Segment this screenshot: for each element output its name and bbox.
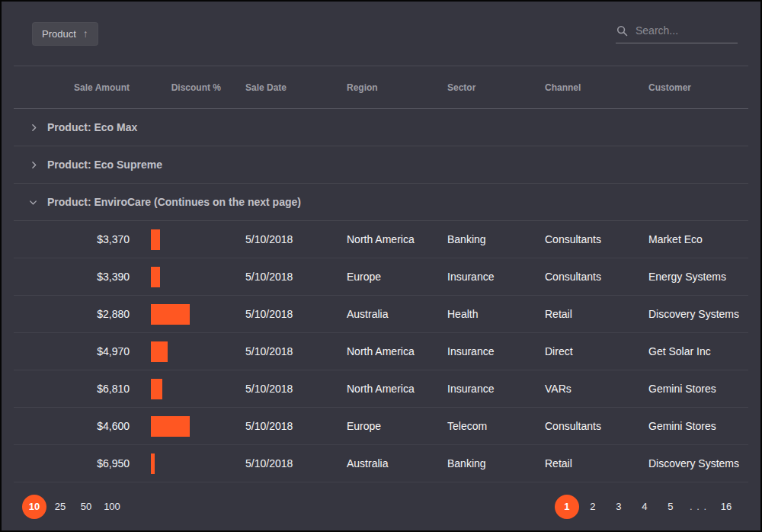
group-row[interactable]: Product: EnviroCare (Continues on the ne… — [14, 184, 748, 221]
cell-customer: Discovery Systems — [636, 308, 748, 320]
cell-region: North America — [335, 383, 435, 395]
grid-body: Product: Eco MaxProduct: Eco SupremeProd… — [14, 109, 748, 482]
toolbar: Product ↑ — [2, 2, 760, 66]
chevron-right-icon[interactable] — [24, 155, 43, 174]
page-size-selector: 102550100 — [21, 495, 125, 519]
search-icon — [616, 24, 629, 37]
cell-sector: Insurance — [435, 345, 533, 357]
cell-discount — [142, 341, 233, 362]
column-header-discount-[interactable]: Discount % — [142, 82, 233, 93]
discount-bar — [151, 453, 155, 474]
cell-sector: Telecom — [435, 420, 533, 432]
cell-region: Australia — [335, 308, 435, 320]
group-label: Product: Eco Max — [47, 121, 137, 133]
cell-sector: Banking — [435, 233, 533, 245]
page-5[interactable]: 5 — [658, 495, 683, 519]
cell-sale-date: 5/10/2018 — [233, 457, 335, 470]
table-row[interactable]: $3,3705/10/2018North AmericaBankingConsu… — [14, 221, 748, 258]
cell-customer: Market Eco — [636, 233, 748, 245]
cell-discount — [142, 453, 233, 474]
cell-sale-amount: $4,600 — [44, 420, 142, 432]
discount-bar — [151, 341, 168, 362]
page-size-100[interactable]: 100 — [100, 495, 124, 519]
pager-ellipsis: . . . — [684, 501, 713, 512]
cell-region: Europe — [335, 420, 435, 432]
page-size-10[interactable]: 10 — [22, 495, 46, 519]
table-row[interactable]: $2,8805/10/2018AustraliaHealthRetailDisc… — [14, 296, 748, 333]
page-size-50[interactable]: 50 — [74, 495, 98, 519]
group-row[interactable]: Product: Eco Supreme — [14, 146, 748, 184]
table-row[interactable]: $6,8105/10/2018North AmericaInsuranceVAR… — [14, 370, 748, 408]
cell-channel: Retail — [533, 457, 636, 470]
data-grid-app: Product ↑ Sale AmountDiscount %Sale Date… — [0, 0, 762, 532]
sort-ascending-icon[interactable]: ↑ — [83, 28, 88, 39]
column-header-sale-amount[interactable]: Sale Amount — [44, 82, 142, 93]
cell-region: North America — [335, 233, 435, 245]
chevron-right-icon[interactable] — [24, 118, 43, 136]
search-box[interactable] — [616, 24, 738, 43]
cell-discount — [142, 379, 233, 399]
cell-customer: Discovery Systems — [636, 457, 748, 470]
pager: 102550100 12345. . .16 — [2, 482, 760, 530]
data-grid: Sale AmountDiscount %Sale DateRegionSect… — [14, 66, 748, 482]
cell-channel: Consultants — [533, 233, 636, 245]
cell-region: North America — [335, 345, 435, 357]
page-16[interactable]: 16 — [714, 495, 738, 519]
group-label: Product: Eco Supreme — [47, 159, 162, 171]
cell-sale-amount: $6,950 — [44, 457, 142, 470]
cell-sector: Insurance — [435, 383, 533, 395]
cell-sale-amount: $3,390 — [44, 271, 142, 283]
cell-customer: Get Solar Inc — [636, 345, 748, 357]
cell-sale-amount: $6,810 — [44, 383, 142, 395]
grid-header-row: Sale AmountDiscount %Sale DateRegionSect… — [14, 66, 748, 109]
search-input[interactable] — [634, 24, 738, 37]
cell-customer: Gemini Stores — [636, 383, 748, 395]
table-row[interactable]: $3,3905/10/2018EuropeInsuranceConsultant… — [14, 258, 748, 296]
cell-sale-amount: $2,880 — [44, 308, 142, 320]
group-panel-chip-product[interactable]: Product ↑ — [32, 22, 98, 46]
cell-discount — [142, 416, 233, 437]
column-header-sale-date[interactable]: Sale Date — [233, 82, 335, 93]
cell-channel: VARs — [533, 383, 636, 395]
cell-channel: Consultants — [533, 420, 636, 432]
page-1[interactable]: 1 — [555, 495, 579, 519]
group-label: Product: EnviroCare (Continues on the ne… — [47, 196, 301, 208]
cell-sale-date: 5/10/2018 — [233, 383, 335, 395]
cell-sale-date: 5/10/2018 — [233, 308, 335, 320]
cell-sale-date: 5/10/2018 — [233, 271, 335, 283]
page-3[interactable]: 3 — [607, 495, 631, 519]
page-4[interactable]: 4 — [632, 495, 657, 519]
cell-customer: Gemini Stores — [636, 420, 748, 432]
column-header-customer[interactable]: Customer — [636, 82, 748, 93]
cell-sale-date: 5/10/2018 — [233, 420, 335, 432]
discount-bar — [151, 229, 160, 250]
group-chip-label: Product — [42, 28, 76, 40]
cell-sale-amount: $3,370 — [44, 233, 142, 245]
cell-sale-date: 5/10/2018 — [233, 345, 335, 357]
discount-bar — [151, 379, 162, 399]
page-size-25[interactable]: 25 — [48, 495, 72, 519]
column-header-sector[interactable]: Sector — [435, 82, 533, 93]
discount-bar — [151, 416, 190, 437]
group-row[interactable]: Product: Eco Max — [14, 109, 748, 146]
cell-channel: Consultants — [533, 271, 636, 283]
cell-sector: Insurance — [435, 271, 533, 283]
table-row[interactable]: $6,9505/10/2018AustraliaBankingRetailDis… — [14, 445, 748, 482]
table-row[interactable]: $4,9705/10/2018North AmericaInsuranceDir… — [14, 333, 748, 370]
cell-channel: Direct — [533, 345, 636, 357]
column-header-channel[interactable]: Channel — [533, 82, 636, 93]
cell-sale-date: 5/10/2018 — [233, 233, 335, 245]
column-header-region[interactable]: Region — [335, 82, 435, 93]
discount-bar — [151, 304, 190, 325]
page-2[interactable]: 2 — [581, 495, 605, 519]
cell-region: Australia — [335, 457, 435, 470]
cell-sector: Health — [435, 308, 533, 320]
table-row[interactable]: $4,6005/10/2018EuropeTelecomConsultantsG… — [14, 408, 748, 445]
cell-sector: Banking — [435, 457, 533, 470]
cell-discount — [142, 229, 233, 250]
cell-discount — [142, 304, 233, 325]
page-navigator: 12345. . .16 — [554, 495, 739, 519]
discount-bar — [151, 267, 160, 287]
cell-region: Europe — [335, 271, 435, 283]
chevron-down-icon[interactable] — [24, 193, 43, 211]
